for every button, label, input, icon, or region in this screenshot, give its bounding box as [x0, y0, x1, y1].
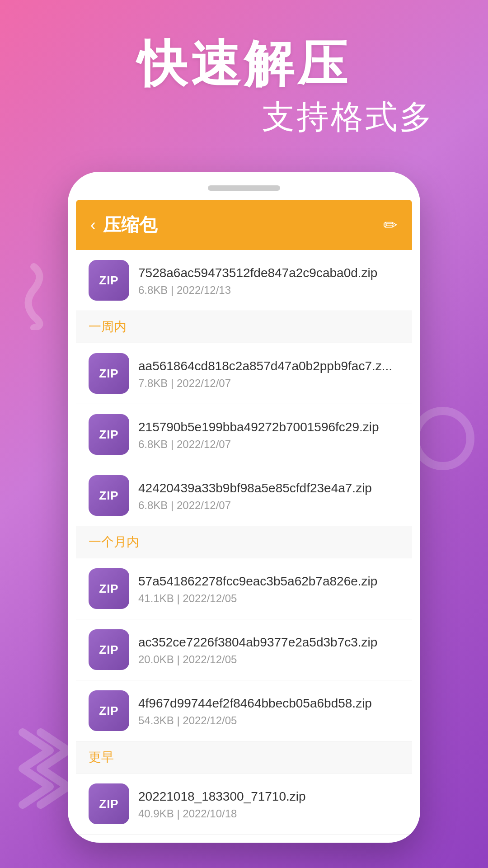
file-item[interactable]: ZIPac352ce7226f3804ab9377e2a5d3b7c3.zip2…	[76, 619, 412, 680]
hero-section: 快速解压 支持格式多	[0, 36, 488, 139]
section-header-2: 一个月内	[76, 526, 412, 558]
file-meta: 6.8KB | 2022/12/07	[138, 438, 399, 451]
file-name: 4f967d99744ef2f8464bbecb05a6bd58.zip	[138, 694, 399, 712]
deco-squiggle-icon	[14, 262, 54, 330]
file-info: aa561864cd818c2a857d47a0b2ppb9fac7.z...7…	[138, 357, 399, 389]
phone-frame: ‹ 压缩包 ✏ ZIP7528a6ac59473512fde847a2c9cab…	[68, 172, 420, 843]
file-meta: 7.8KB | 2022/12/07	[138, 377, 399, 390]
file-info: 57a541862278fcc9eac3b5a62b7a826e.zip41.1…	[138, 572, 399, 604]
file-meta: 6.8KB | 2022/12/13	[138, 284, 399, 297]
file-name: 215790b5e199bba49272b7001596fc29.zip	[138, 418, 399, 436]
file-meta: 20.0KB | 2022/12/05	[138, 653, 399, 666]
file-name: aa561864cd818c2a857d47a0b2ppb9fac7.z...	[138, 357, 399, 375]
section-header-3: 更早	[76, 741, 412, 774]
file-info: 7528a6ac59473512fde847a2c9caba0d.zip6.8K…	[138, 264, 399, 296]
zip-icon: ZIP	[89, 690, 129, 731]
section-header-1: 一周内	[76, 311, 412, 343]
file-name: 20221018_183300_71710.zip	[138, 788, 399, 805]
file-name: 42420439a33b9bf98a5e85cfdf23e4a7.zip	[138, 479, 399, 497]
file-info: 4f967d99744ef2f8464bbecb05a6bd58.zip54.3…	[138, 694, 399, 726]
zip-icon: ZIP	[89, 475, 129, 516]
file-item[interactable]: ZIP215790b5e199bba49272b7001596fc29.zip6…	[76, 404, 412, 465]
file-item[interactable]: ZIP57a541862278fcc9eac3b5a62b7a826e.zip4…	[76, 558, 412, 619]
zip-icon: ZIP	[89, 629, 129, 670]
deco-circle-icon	[411, 407, 474, 470]
zip-icon: ZIP	[89, 414, 129, 455]
file-name: ac352ce7226f3804ab9377e2a5d3b7c3.zip	[138, 633, 399, 651]
file-name: 7528a6ac59473512fde847a2c9caba0d.zip	[138, 264, 399, 282]
file-meta: 6.8KB | 2022/12/07	[138, 499, 399, 512]
file-item[interactable]: ZIP7528a6ac59473512fde847a2c9caba0d.zip6…	[76, 250, 412, 311]
zip-icon: ZIP	[89, 568, 129, 609]
file-meta: 41.1KB | 2022/12/05	[138, 592, 399, 605]
hero-subtitle: 支持格式多	[0, 95, 488, 139]
zip-icon: ZIP	[89, 783, 129, 824]
file-item[interactable]: ZIP42420439a33b9bf98a5e85cfdf23e4a7.zip6…	[76, 465, 412, 526]
header-title: 压缩包	[103, 212, 157, 237]
file-info: 20221018_183300_71710.zip40.9KB | 2022/1…	[138, 788, 399, 820]
file-info: 215790b5e199bba49272b7001596fc29.zip6.8K…	[138, 418, 399, 450]
edit-icon[interactable]: ✏	[383, 215, 398, 235]
file-item[interactable]: ZIP4f967d99744ef2f8464bbecb05a6bd58.zip5…	[76, 680, 412, 741]
file-item[interactable]: ZIP20221018_183300_71710.zip40.9KB | 202…	[76, 774, 412, 835]
phone-screen: ‹ 压缩包 ✏ ZIP7528a6ac59473512fde847a2c9cab…	[76, 200, 412, 835]
app-header: ‹ 压缩包 ✏	[76, 200, 412, 250]
file-item[interactable]: ZIPaa561864cd818c2a857d47a0b2ppb9fac7.z.…	[76, 343, 412, 404]
back-button[interactable]: ‹	[90, 216, 96, 235]
zip-icon: ZIP	[89, 353, 129, 394]
file-meta: 54.3KB | 2022/12/05	[138, 714, 399, 727]
file-info: 42420439a33b9bf98a5e85cfdf23e4a7.zip6.8K…	[138, 479, 399, 511]
hero-title: 快速解压	[0, 36, 488, 91]
file-list: ZIP7528a6ac59473512fde847a2c9caba0d.zip6…	[76, 250, 412, 835]
phone-notch	[208, 185, 280, 191]
phone-mockup: ‹ 压缩包 ✏ ZIP7528a6ac59473512fde847a2c9cab…	[68, 172, 420, 843]
file-name: 57a541862278fcc9eac3b5a62b7a826e.zip	[138, 572, 399, 590]
zip-icon: ZIP	[89, 260, 129, 301]
header-left: ‹ 压缩包	[90, 212, 157, 237]
file-info: ac352ce7226f3804ab9377e2a5d3b7c3.zip20.0…	[138, 633, 399, 665]
file-meta: 40.9KB | 2022/10/18	[138, 807, 399, 820]
